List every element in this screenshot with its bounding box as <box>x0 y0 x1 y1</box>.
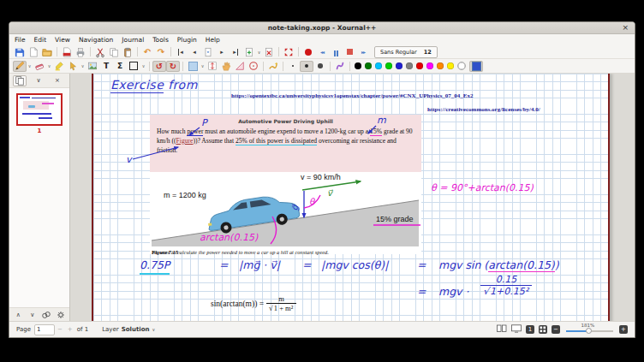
eraser-tool-icon[interactable] <box>33 61 46 72</box>
zoom-slider-handle <box>586 328 592 334</box>
copy-icon[interactable] <box>107 46 121 57</box>
record-audio-icon[interactable] <box>301 46 315 57</box>
page-increment-button[interactable]: + <box>68 326 73 333</box>
first-page-icon[interactable]: ◂ <box>174 46 188 57</box>
stop-icon[interactable] <box>343 46 356 57</box>
delete-page-icon[interactable] <box>262 46 276 57</box>
goto-page-icon[interactable] <box>201 46 215 57</box>
select-object-icon[interactable] <box>66 61 80 72</box>
page-decrement-button[interactable]: − <box>57 326 63 333</box>
fill-brush-icon[interactable] <box>333 61 347 72</box>
redo-icon[interactable]: ↷ <box>154 46 168 57</box>
paste-icon[interactable] <box>121 46 134 57</box>
layer-select[interactable]: Solution <box>122 326 150 333</box>
sidebar-dropdown-icon[interactable]: ∨ <box>32 75 45 86</box>
dual-page-view-icon[interactable] <box>497 324 507 335</box>
menu-view[interactable]: View <box>55 36 70 44</box>
document-page[interactable]: Exercise from https://opentextbc.ca/univ… <box>92 74 610 321</box>
menu-navigation[interactable]: Navigation <box>79 36 113 44</box>
color-white-icon[interactable] <box>457 62 466 70</box>
color-yellow-icon[interactable] <box>447 62 454 69</box>
rect-selection-icon[interactable] <box>186 61 200 72</box>
license-url: https://creativecommons.org/licenses/by/… <box>427 106 540 113</box>
window-close-button[interactable]: × <box>622 22 629 33</box>
export-pdf-icon[interactable] <box>60 46 74 57</box>
zoom-slider[interactable]: 181% <box>566 323 613 336</box>
pen-dropdown-icon[interactable]: ∨ <box>27 63 33 68</box>
insert-image-icon[interactable] <box>86 61 99 72</box>
layer-dropdown-icon[interactable]: ∨ <box>152 327 155 332</box>
color-darkgreen-icon[interactable] <box>365 62 372 69</box>
pen-tool-icon[interactable] <box>13 61 27 72</box>
color-picker-icon[interactable] <box>469 61 483 72</box>
zoom-out-button[interactable]: − <box>552 325 560 334</box>
settings-gear-icon[interactable] <box>56 309 67 320</box>
font-button[interactable]: Sans Regular 12 <box>374 46 438 58</box>
shape-recognizer-icon[interactable] <box>266 61 280 72</box>
scroll-down-icon[interactable]: ∨ <box>27 309 39 320</box>
sidebar-close-icon[interactable]: × <box>51 75 64 86</box>
color-magenta-icon[interactable] <box>426 62 433 69</box>
selection-dropdown-icon[interactable]: ∨ <box>200 63 206 68</box>
menu-tools[interactable]: Tools <box>152 36 168 44</box>
menu-help[interactable]: Help <box>206 36 220 44</box>
grid-snapping-icon[interactable]: ↻ <box>166 61 180 72</box>
page-count-label: of 1 <box>77 326 88 333</box>
vertical-space-icon[interactable] <box>206 61 219 72</box>
thickness-thick-icon[interactable] <box>313 61 327 72</box>
thickness-fine-icon[interactable] <box>286 61 300 72</box>
open-icon[interactable] <box>40 46 54 57</box>
pause-icon[interactable] <box>329 46 343 57</box>
undo-icon[interactable]: ↶ <box>140 46 154 57</box>
figure-link[interactable]: Figure <box>176 137 194 145</box>
compass-icon[interactable] <box>247 61 260 72</box>
color-gray-icon[interactable] <box>406 62 413 69</box>
rewind-icon[interactable]: ◂◂ <box>315 46 329 57</box>
select-dropdown-icon[interactable]: ∨ <box>80 63 86 68</box>
highlighter-tool-icon[interactable] <box>52 61 66 72</box>
add-page-dropdown-icon[interactable]: ∨ <box>256 50 262 55</box>
zoom-in-button[interactable]: + <box>619 325 628 334</box>
scroll-up-icon[interactable]: ∧ <box>13 309 24 320</box>
hand-tool-icon[interactable] <box>219 61 233 72</box>
zoom-fit-button[interactable] <box>539 325 547 334</box>
color-orange-icon[interactable] <box>437 62 444 69</box>
draw-shapes-icon[interactable] <box>127 61 140 72</box>
canvas[interactable]: Exercise from https://opentextbc.ca/univ… <box>70 74 635 321</box>
next-page-icon[interactable]: ▸ <box>215 46 229 57</box>
page-thumbnail-number: 1 <box>38 128 42 134</box>
presentation-mode-icon[interactable] <box>511 324 522 335</box>
duplicate-pages-icon[interactable] <box>41 309 52 320</box>
save-icon[interactable] <box>13 46 27 57</box>
shapes-dropdown-icon[interactable]: ∨ <box>140 63 146 68</box>
menu-edit[interactable]: Edit <box>34 36 47 44</box>
main-area: ∨ × 1 ∧ ∨ Exercise from <box>9 74 635 321</box>
previous-page-icon[interactable]: ◂ <box>188 46 201 57</box>
color-blue-icon[interactable] <box>396 62 402 69</box>
color-lightblue-icon[interactable] <box>375 62 382 69</box>
cut-icon[interactable] <box>93 46 107 57</box>
menu-file[interactable]: File <box>15 36 26 44</box>
page-thumbnail[interactable] <box>16 93 63 126</box>
menu-plugin[interactable]: Plugin <box>177 36 197 44</box>
print-icon[interactable] <box>74 46 87 57</box>
fullscreen-icon[interactable] <box>282 46 295 57</box>
eraser-dropdown-icon[interactable]: ∨ <box>46 63 52 68</box>
zoom-100-button[interactable]: 1 <box>526 325 534 334</box>
app-window: note-taking.xopp - Xournal++ × File Edit… <box>9 21 635 338</box>
insert-text-icon[interactable]: T <box>99 61 113 72</box>
menu-journal[interactable]: Journal <box>122 36 144 44</box>
color-black-icon[interactable] <box>355 62 361 69</box>
color-green-icon[interactable] <box>385 62 392 69</box>
color-red-icon[interactable] <box>416 62 423 69</box>
new-document-icon[interactable] <box>27 46 40 57</box>
forward-icon[interactable]: ▸▸ <box>356 46 370 57</box>
add-page-icon[interactable] <box>242 46 256 57</box>
page-preview-icon[interactable] <box>13 75 27 86</box>
ruler-icon[interactable] <box>233 61 247 72</box>
page-number-input[interactable] <box>34 324 55 335</box>
rotation-snapping-icon[interactable]: ↺ <box>152 61 166 72</box>
thickness-medium-icon[interactable] <box>300 61 313 72</box>
insert-math-icon[interactable]: Σ <box>113 61 127 72</box>
last-page-icon[interactable]: ▸ <box>229 46 242 57</box>
